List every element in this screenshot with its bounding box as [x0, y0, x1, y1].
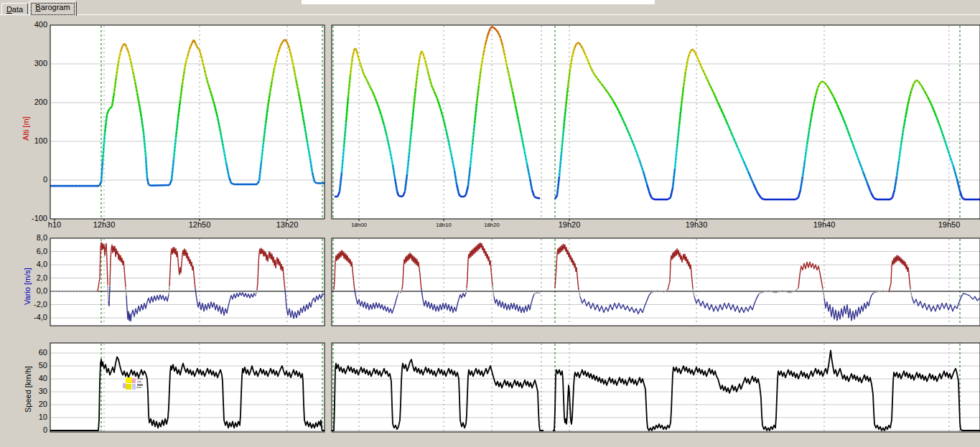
artifact-pixel [137, 378, 143, 380]
alti-y-tick-label: 300 [20, 59, 47, 68]
time-tick-label: 19h20 [551, 220, 587, 230]
alti-y-tick-label: 0 [20, 175, 47, 184]
speed-y-tick-label: 60 [20, 348, 47, 357]
vario-y-tick-label: 0,0 [20, 286, 47, 296]
time-tick-label: 19h50 [931, 220, 967, 230]
artifact-pixel [126, 384, 131, 390]
time-tick-label: 19h30 [678, 220, 714, 230]
artifact-pixel [126, 377, 132, 383]
speed-y-tick-label: 0 [20, 425, 47, 435]
app-window: Data Barogram Alti [m] Vario [m/s] Speed… [0, 0, 980, 447]
time-tick-label: 12h30 [86, 220, 122, 230]
speed-y-tick-label: 40 [20, 374, 47, 383]
time-tick-label: 19h40 [806, 220, 842, 230]
vario-y-tick-label: 8,0 [20, 233, 47, 243]
vario-y-tick-label: -4,0 [20, 313, 47, 322]
artifact-pixel [137, 381, 141, 382]
artifact-pixel [136, 387, 141, 388]
artifact-pixel [132, 384, 136, 390]
artifact-pixel [137, 384, 143, 386]
vario-chart[interactable] [50, 238, 980, 326]
artifact-pixel [123, 383, 126, 388]
speed-y-tick-label: 50 [20, 361, 47, 370]
alti-y-tick-label: 100 [20, 136, 47, 146]
time-tick-label: 18h20 [478, 221, 506, 228]
vario-y-tick-label: -2,0 [20, 300, 47, 309]
alti-y-tick-label: 400 [20, 20, 47, 29]
vario-y-tick-label: 4,0 [20, 260, 47, 269]
artifact-pixel [132, 378, 136, 383]
speed-chart[interactable] [50, 343, 980, 432]
time-tick-label: 12h50 [182, 220, 218, 230]
speed-y-tick-label: 30 [20, 387, 47, 396]
vario-y-tick-label: 2,0 [20, 273, 47, 283]
vario-y-tick-label: 6,0 [20, 247, 47, 256]
tab-barogram[interactable]: Barogram [29, 1, 77, 16]
time-tick-label: 18h10 [430, 221, 458, 228]
tab-barogram-label: Barogram [29, 1, 76, 11]
time-tick-label: h10 [37, 220, 73, 230]
alti-chart[interactable] [50, 25, 980, 219]
speed-y-tick-label: 10 [20, 413, 47, 422]
speed-y-tick-label: 20 [20, 400, 47, 409]
alti-y-tick-label: 200 [20, 98, 47, 107]
time-tick-label: 18h00 [345, 221, 373, 228]
time-tick-label: 13h20 [269, 220, 305, 230]
